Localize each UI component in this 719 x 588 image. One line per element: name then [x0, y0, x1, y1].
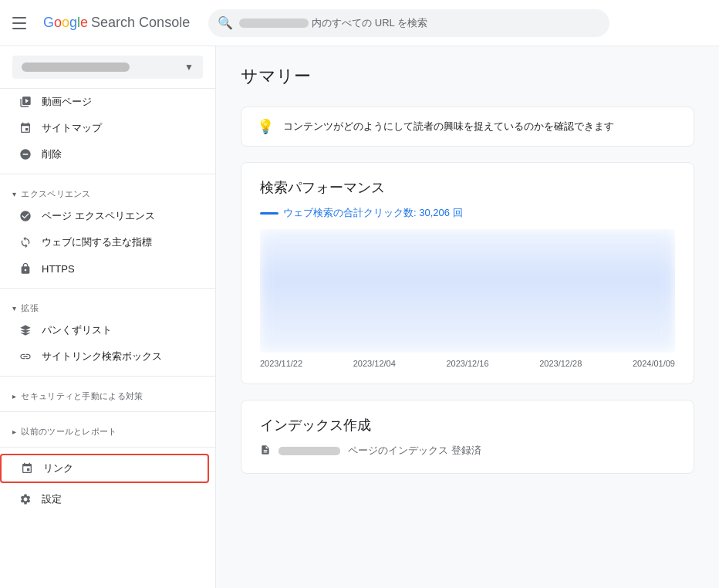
chart-date-4: 2023/12/28 [539, 359, 582, 368]
section-triangle-legacy: ▸ [12, 427, 16, 436]
core-web-vitals-icon [19, 235, 32, 249]
section-header-security[interactable]: ▸ セキュリティと手動による対策 [0, 383, 215, 405]
settings-icon [19, 492, 32, 506]
content-area: サマリー 💡 コンテンツがどのようにして読者の興味を捉えているのかを確認できます… [216, 46, 719, 588]
property-dropdown-arrow: ▼ [184, 62, 194, 73]
tip-text: コンテンツがどのようにして読者の興味を捉えているのかを確認できます [283, 120, 614, 133]
index-title: インデックス作成 [260, 416, 675, 434]
section-triangle-experience: ▾ [12, 190, 16, 198]
index-card: インデックス作成 ページのインデックス 登録済 [241, 400, 694, 474]
section-label-legacy: 以前のツールとレポート [21, 426, 116, 438]
section-header-experience: ▾ エクスペリエンス [0, 181, 215, 203]
chart-blur-overlay [260, 229, 675, 353]
divider-5 [0, 447, 215, 448]
sidebar: ▼ 動画ページ サイトマップ 削除 ▾ エクスペリエンス [0, 46, 216, 588]
logo-g2: g [69, 15, 77, 30]
search-icon: 🔍 [218, 15, 233, 30]
divider-1 [0, 174, 215, 174]
search-bar[interactable]: 🔍 内のすべての URL を検索 [208, 9, 609, 37]
breadcrumbs-icon [19, 323, 32, 337]
search-suffix-text: 内のすべての URL を検索 [312, 16, 427, 30]
sidebar-item-breadcrumbs-label: パンくずリスト [42, 323, 112, 337]
section-triangle-security: ▸ [12, 392, 16, 400]
performance-card: 検索パフォーマンス ウェブ検索の合計クリック数: 30,206 回 2023/1… [241, 162, 694, 384]
removals-icon [19, 147, 32, 161]
logo-e: e [80, 15, 88, 30]
sidebar-item-core-web-vitals-label: ウェブに関する主な指標 [42, 235, 152, 249]
performance-legend: ウェブ検索の合計クリック数: 30,206 回 [260, 206, 675, 220]
sidebar-item-video-pages[interactable]: 動画ページ [0, 89, 209, 115]
tip-icon: 💡 [257, 118, 274, 135]
section-label-experience: エクスペリエンス [21, 188, 90, 200]
sidebar-item-removals[interactable]: 削除 [0, 141, 209, 167]
performance-chart [260, 229, 675, 353]
property-selector[interactable]: ▼ [12, 56, 203, 79]
menu-button[interactable] [12, 14, 31, 32]
property-blurred-name [22, 63, 130, 72]
logo-o2: o [62, 15, 69, 30]
page-title: サマリー [241, 65, 694, 88]
logo-g: G [43, 15, 54, 30]
sidebar-item-settings-label: 設定 [42, 492, 62, 506]
chart-dates: 2023/11/22 2023/12/04 2023/12/16 2023/12… [260, 359, 675, 368]
chart-date-5: 2024/01/09 [633, 359, 675, 368]
sitelinks-icon [19, 350, 32, 363]
section-header-enhancements: ▾ 拡張 [0, 295, 215, 317]
sitemap-icon [19, 121, 32, 135]
sidebar-item-core-web-vitals[interactable]: ウェブに関する主な指標 [0, 229, 209, 255]
search-blurred-value [239, 19, 309, 28]
logo-search-console-text: Search Console [91, 15, 190, 31]
sidebar-item-video-pages-label: 動画ページ [42, 95, 92, 109]
divider-2 [0, 288, 215, 289]
legend-text: ウェブ検索の合計クリック数: 30,206 回 [283, 206, 463, 220]
sidebar-item-sitemap[interactable]: サイトマップ [0, 115, 209, 141]
index-subtitle: ページのインデックス 登録済 [348, 444, 481, 458]
index-blurred-text [278, 447, 340, 455]
section-triangle-enhancements: ▾ [12, 304, 16, 313]
divider-4 [0, 411, 215, 412]
search-input-area: 内のすべての URL を検索 [239, 16, 600, 30]
links-icon [20, 461, 34, 475]
chart-date-1: 2023/11/22 [260, 359, 302, 368]
logo-o1: o [54, 15, 62, 30]
sidebar-item-links-label: リンク [43, 461, 73, 475]
sidebar-item-page-experience-label: ページ エクスペリエンス [42, 209, 155, 223]
https-icon [19, 262, 32, 275]
app-header: Google Search Console 🔍 内のすべての URL を検索 [0, 0, 719, 46]
sidebar-item-sitelinks-label: サイトリンク検索ボックス [42, 350, 162, 363]
logo-google-text: Google [43, 15, 88, 31]
sidebar-item-breadcrumbs[interactable]: パンくずリスト [0, 317, 209, 343]
divider-3 [0, 376, 215, 377]
page-experience-icon [19, 209, 32, 223]
video-pages-icon [19, 95, 32, 109]
sidebar-item-https-label: HTTPS [42, 263, 75, 275]
sidebar-item-sitelinks[interactable]: サイトリンク検索ボックス [0, 343, 209, 370]
index-row: ページのインデックス 登録済 [260, 444, 675, 458]
main-area: ▼ 動画ページ サイトマップ 削除 ▾ エクスペリエンス [0, 46, 719, 588]
app-logo: Google Search Console [43, 15, 190, 31]
sidebar-item-sitemap-label: サイトマップ [42, 121, 102, 135]
sidebar-item-links[interactable]: リンク [0, 454, 209, 483]
sidebar-item-page-experience[interactable]: ページ エクスペリエンス [0, 203, 209, 229]
sidebar-item-settings[interactable]: 設定 [0, 486, 209, 512]
index-icon [260, 444, 271, 458]
section-label-security: セキュリティと手動による対策 [21, 390, 143, 402]
performance-title: 検索パフォーマンス [260, 178, 675, 197]
chart-date-2: 2023/12/04 [353, 359, 396, 368]
legend-line [260, 212, 278, 215]
tip-card: 💡 コンテンツがどのようにして読者の興味を捉えているのかを確認できます [241, 106, 694, 147]
section-label-enhancements: 拡張 [21, 302, 39, 314]
chart-date-3: 2023/12/16 [446, 359, 488, 368]
sidebar-item-removals-label: 削除 [42, 147, 62, 161]
sidebar-item-https[interactable]: HTTPS [0, 255, 209, 282]
property-section: ▼ [0, 46, 215, 89]
section-header-legacy[interactable]: ▸ 以前のツールとレポート [0, 418, 215, 441]
